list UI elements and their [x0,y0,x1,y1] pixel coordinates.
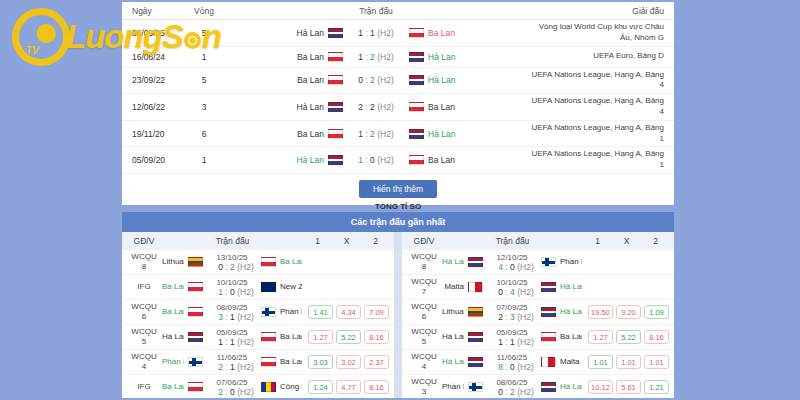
home-team-name: Ba Lan [226,75,324,85]
recent-match-row[interactable]: IFG Ba Lan 07/06/25 2 : 0 (H2) Cộng Hòa … [122,375,394,398]
away-team-flag-icon [541,382,556,392]
recent-match-row[interactable]: WCQU6 Lithuania 07/09/25 2 : 3 (H2) Hà L… [402,300,674,325]
competition-round: 7 [406,287,442,297]
match-date: 10/10/25 [207,278,257,287]
recent-match-row[interactable]: WCQU8 Hà Lan 12/10/25 4 : 0 (H2) Phần La… [402,250,674,275]
match-cell: Phần Lan 11/06/25 2 : 1 (H2) Ba Lan [162,353,302,372]
header-match: Trận đấu [162,236,303,246]
h2h-match-row[interactable]: 12/06/22 3 Hà Lan 2 : 2 (H2) Ba Lan UEFA… [122,94,674,121]
match-score: 8 : 0 (H2) [487,362,545,372]
match-cell: Hà Lan 05/09/25 1 : 1 (H2) Ba Lan [162,328,302,347]
match-score: 1 : 1 (H2) [207,337,265,347]
recent-match-row[interactable]: WCQU5 Hà Lan 05/09/25 1 : 1 (H2) Ba Lan … [402,325,674,350]
match-date: 12/10/25 [487,253,537,262]
competition-round: 8 [126,262,162,272]
halftime-suffix: (H2) [375,52,394,62]
match-date: 11/06/25 [207,353,257,362]
match-date: 07/09/25 [487,303,537,312]
halftime-suffix: (H2) [235,362,254,372]
home-team-name: Lithuania [162,257,184,267]
away-team-flag-icon [409,129,424,139]
match-score: 0 : 2 (H2) [487,387,545,397]
halftime-suffix: (H2) [515,287,534,297]
match-date: 08/06/25 [487,378,537,387]
date-score-cell: 10/10/25 0 : 4 (H2) [487,278,537,297]
competition-code: WCQU [406,302,442,312]
h2h-match-row[interactable]: 19/11/20 6 Ba Lan 1 : 2 (H2) Hà Lan UEFA… [122,121,674,148]
away-team-flag-icon [541,357,556,367]
away-team-name: Hà Lan [428,129,526,139]
odds-cell: 3.033.022.37 [302,355,390,369]
recent-match-row[interactable]: WCQU3 Phần Lan 08/06/25 0 : 2 (H2) Hà La… [402,375,674,398]
match-score: 2 : 2 (H2) [347,102,405,112]
away-team-name: Malta [560,357,582,367]
odds-cell: 1.011.011.01 [582,355,670,369]
home-team-flag-icon [188,282,203,292]
match-date: 05/09/25 [207,328,257,337]
recent-table-body: WCQU8 Lithuania 13/10/25 0 : 2 (H2) Ba L… [122,250,394,398]
header-match: Trận đấu [226,6,526,16]
h2h-match-row[interactable]: 16/06/24 1 Ba Lan 1 : 2 (H2) Hà Lan UEFA… [122,47,674,68]
h2h-match-row[interactable]: 05/09/25 5 Hà Lan 1 : 1 (H2) Ba Lan Vòng… [122,20,674,47]
halftime-suffix: (H2) [235,312,254,322]
odds-value-box: 4.77 [336,380,361,394]
competition-cell: WCQU8 [406,252,442,272]
home-team-flag-icon [188,257,203,267]
h2h-table-body: 05/09/25 5 Hà Lan 1 : 1 (H2) Ba Lan Vòng… [122,20,674,174]
match-date: 11/06/25 [487,353,537,362]
odds-value-box: 1.24 [308,380,333,394]
date-score-cell: 05/09/25 1 : 1 (H2) [207,328,257,347]
odds-value-box: 5.22 [336,330,361,344]
halftime-suffix: (H2) [515,262,534,272]
match-cell: Phần Lan 08/06/25 0 : 2 (H2) Hà Lan [442,378,582,397]
match-score: 0 : 4 (H2) [487,287,545,297]
match-date: 16/06/24 [132,52,182,62]
odds-cell: 1.275.228.16 [302,330,390,344]
header-tournament: Giải đấu [526,6,664,16]
halftime-suffix: (H2) [375,28,394,38]
home-team-name: Hà Lan [162,332,184,342]
halftime-suffix: (H2) [515,387,534,397]
tournament-name: UEFA Nations League, Hạng A, Bảng 4 [526,70,664,92]
home-team-flag-icon [468,257,483,267]
competition-cell: WCQU6 [406,302,442,322]
competition-round: 4 [406,362,442,372]
recent-match-row[interactable]: WCQU4 Hà Lan 11/06/25 8 : 0 (H2) Malta 1… [402,350,674,375]
odds-value-box: 8.16 [364,330,389,344]
match-cell: Ba Lan 0 : 2 (H2) Hà Lan [226,75,526,85]
recent-match-row[interactable]: WCQU8 Lithuania 13/10/25 0 : 2 (H2) Ba L… [122,250,394,275]
odds-value-box: 9.20 [616,305,641,319]
recent-match-row[interactable]: WCQU7 Malta 10/10/25 0 : 4 (H2) Hà Lan [402,275,674,300]
total-score-label: TỔNG TỈ SỐ [122,202,674,211]
show-more-button[interactable]: Hiển thị thêm [359,180,437,198]
competition-code: WCQU [406,277,442,287]
date-score-cell: 07/09/25 2 : 3 (H2) [487,303,537,322]
match-score: 1 : 0 (H2) [347,155,405,165]
home-team-flag-icon [188,357,203,367]
header-odds-1: 1 [583,236,612,246]
recent-match-row[interactable]: WCQU6 Ba Lan 08/09/25 3 : 1 (H2) Phần La… [122,300,394,325]
recent-matches-panel: Các trận đấu gần nhất GĐ/V Trận đấu 1 X … [122,212,674,398]
away-team-name: Phần Lan [560,257,582,267]
h2h-match-row[interactable]: 23/09/22 5 Ba Lan 0 : 2 (H2) Hà Lan UEFA… [122,68,674,95]
recent-match-row[interactable]: IFG Ba Lan 10/10/25 1 : 0 (H2) New Zeala… [122,275,394,300]
odds-value-box: 7.09 [364,305,389,319]
recent-match-row[interactable]: WCQU5 Hà Lan 05/09/25 1 : 1 (H2) Ba Lan … [122,325,394,350]
away-team-name: Ba Lan [280,357,302,367]
header-match: Trận đấu [442,236,583,246]
competition-round: 5 [406,337,442,347]
odds-value-box: 1.27 [588,330,613,344]
home-team-name: Ba Lan [162,282,184,292]
odds-value-box: 8.16 [364,380,389,394]
header-competition: GĐ/V [126,236,162,246]
match-score: 4 : 0 (H2) [487,262,545,272]
odds-cell: 1.244.778.16 [302,380,390,394]
h2h-match-row[interactable]: 05/09/20 1 Hà Lan 1 : 0 (H2) Ba Lan UEFA… [122,147,674,174]
date-score-cell: 11/06/25 2 : 1 (H2) [207,353,257,372]
match-score: 0 : 2 (H2) [207,262,265,272]
recent-match-row[interactable]: WCQU4 Phần Lan 11/06/25 2 : 1 (H2) Ba La… [122,350,394,375]
h2h-table-header: Ngày Vòng Trận đấu Giải đấu [122,2,674,20]
header-odds-x: X [332,236,361,246]
match-round: 1 [182,52,226,62]
away-team-name: Cộng Hòa Moldova [280,382,302,392]
